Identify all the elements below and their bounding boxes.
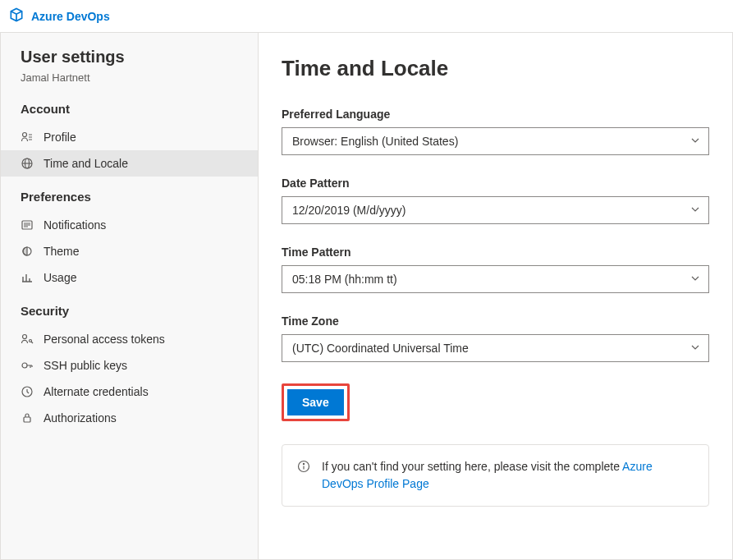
nav-item-alt-creds[interactable]: Alternate credentials (1, 379, 258, 405)
sidebar: User settings Jamal Hartnett Account Pro… (1, 33, 259, 559)
globe-icon (21, 157, 34, 170)
sidebar-title: User settings (1, 48, 258, 67)
svg-point-5 (23, 335, 27, 339)
page-title: Time and Locale (282, 56, 709, 81)
svg-point-0 (23, 133, 27, 137)
sidebar-subtitle: Jamal Hartnett (1, 71, 258, 84)
nav-item-time-locale[interactable]: Time and Locale (1, 150, 258, 177)
nav-item-authorizations[interactable]: Authorizations (1, 405, 258, 431)
info-callout: If you can't find your setting here, ple… (282, 444, 709, 507)
nav-item-label: Theme (44, 245, 80, 258)
credentials-icon (21, 385, 34, 398)
language-value: Browser: English (United States) (292, 135, 458, 148)
timezone-select[interactable]: (UTC) Coordinated Universal Time (282, 334, 709, 362)
nav-item-ssh[interactable]: SSH public keys (1, 352, 258, 379)
ssh-key-icon (21, 359, 34, 372)
svg-point-7 (22, 363, 27, 368)
nav-item-label: Usage (44, 271, 76, 284)
chevron-down-icon (690, 135, 700, 148)
chevron-down-icon (690, 273, 700, 286)
nav-item-label: Alternate credentials (44, 385, 149, 398)
nav-item-label: Profile (44, 131, 76, 144)
chevron-down-icon (690, 342, 700, 355)
save-highlight-annotation: Save (282, 383, 350, 421)
nav-item-usage[interactable]: Usage (1, 264, 258, 291)
nav-item-pat[interactable]: Personal access tokens (1, 326, 258, 352)
brand-text: Azure DevOps (31, 10, 110, 23)
time-pattern-select[interactable]: 05:18 PM (hh:mm tt) (282, 265, 709, 293)
theme-icon (21, 245, 34, 258)
chevron-down-icon (690, 204, 700, 217)
date-pattern-value: 12/20/2019 (M/d/yyyy) (292, 204, 406, 217)
info-icon (297, 460, 310, 473)
nav-item-notifications[interactable]: Notifications (1, 212, 258, 238)
nav-section-preferences: Preferences (1, 190, 258, 204)
nav-item-label: SSH public keys (44, 359, 127, 372)
topbar: Azure DevOps (0, 0, 733, 33)
language-label: Preferred Language (282, 108, 709, 121)
nav-item-label: Notifications (44, 218, 106, 232)
notifications-icon (21, 218, 34, 232)
info-text-container: If you can't find your setting here, ple… (322, 458, 694, 493)
date-pattern-select[interactable]: 12/20/2019 (M/d/yyyy) (282, 196, 709, 224)
nav-section-security: Security (1, 304, 258, 318)
azure-devops-icon (8, 7, 25, 25)
info-text: If you can't find your setting here, ple… (322, 460, 622, 473)
nav-item-label: Personal access tokens (44, 333, 165, 346)
lock-icon (21, 411, 34, 425)
time-pattern-value: 05:18 PM (hh:mm tt) (292, 273, 397, 286)
nav-item-label: Time and Locale (44, 157, 128, 170)
nav-item-profile[interactable]: Profile (1, 124, 258, 150)
usage-icon (21, 271, 34, 284)
main-content: Time and Locale Preferred Language Brows… (259, 33, 732, 559)
svg-point-11 (303, 463, 304, 464)
nav-item-theme[interactable]: Theme (1, 238, 258, 264)
profile-icon (21, 131, 34, 144)
language-select[interactable]: Browser: English (United States) (282, 127, 709, 155)
time-pattern-label: Time Pattern (282, 246, 709, 259)
date-pattern-label: Date Pattern (282, 177, 709, 190)
brand-logo[interactable]: Azure DevOps (8, 7, 110, 25)
timezone-value: (UTC) Coordinated Universal Time (292, 342, 469, 355)
svg-rect-9 (24, 417, 30, 422)
nav-item-label: Authorizations (44, 411, 117, 425)
token-icon (21, 333, 34, 346)
nav-section-account: Account (1, 102, 258, 116)
timezone-label: Time Zone (282, 314, 709, 328)
save-button[interactable]: Save (287, 389, 344, 415)
